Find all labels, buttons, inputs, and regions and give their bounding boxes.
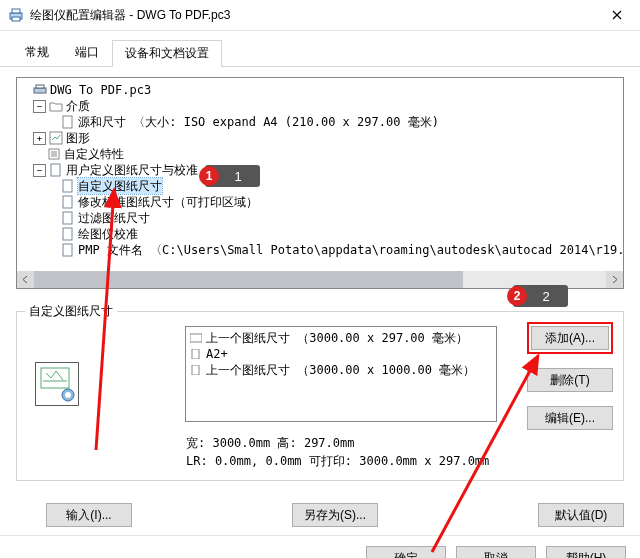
- collapse-icon[interactable]: −: [33, 100, 46, 113]
- ok-button[interactable]: 确定: [366, 546, 446, 558]
- printer-icon: [8, 7, 24, 23]
- svg-rect-8: [51, 164, 60, 176]
- filter-icon: [61, 211, 75, 225]
- horizontal-scrollbar[interactable]: [17, 271, 623, 288]
- portrait-icon: [190, 349, 202, 359]
- tree-root[interactable]: DWG To PDF.pc3: [19, 82, 621, 98]
- list-item[interactable]: A2+: [190, 346, 492, 362]
- delete-button[interactable]: 删除(T): [527, 368, 613, 392]
- list-label: 上一个图纸尺寸 （3000.00 x 1000.00 毫米）: [206, 362, 475, 378]
- add-highlight: 添加(A)...: [527, 322, 613, 354]
- settings-tree[interactable]: DWG To PDF.pc3 −介质 源和尺寸 〈大小: ISO expand …: [16, 77, 624, 289]
- add-button[interactable]: 添加(A)...: [531, 326, 609, 350]
- svg-rect-9: [63, 180, 72, 192]
- list-label: A2+: [206, 346, 228, 362]
- svg-rect-5: [63, 116, 72, 128]
- group-label: 自定义图纸尺寸: [25, 303, 117, 320]
- tree-label-selected: 自定义图纸尺寸: [78, 178, 162, 194]
- scroll-left-button[interactable]: [17, 271, 34, 288]
- tree-label: 用户定义图纸尺寸与校准: [66, 162, 198, 178]
- svg-rect-1: [12, 9, 20, 13]
- tree-filter-paper[interactable]: 过滤图纸尺寸: [19, 210, 621, 226]
- scroll-right-button[interactable]: [606, 271, 623, 288]
- svg-rect-2: [12, 17, 20, 21]
- tree-label: 过滤图纸尺寸: [78, 210, 150, 226]
- paper-size-list[interactable]: 上一个图纸尺寸 （3000.00 x 297.00 毫米） A2+ 上一个图纸尺…: [185, 326, 497, 422]
- tree-pmp-file[interactable]: PMP 文件名 〈C:\Users\Small Potato\appdata\r…: [19, 242, 621, 258]
- edit-button[interactable]: 编辑(E)...: [527, 406, 613, 430]
- tree-label: DWG To PDF.pc3: [50, 82, 151, 98]
- saveas-button[interactable]: 另存为(S)...: [292, 503, 378, 527]
- size-detail: 宽: 3000.0mm 高: 297.0mm LR: 0.0mm, 0.0mm …: [186, 434, 497, 470]
- tab-general[interactable]: 常规: [12, 39, 62, 66]
- tree-modify-standard[interactable]: 修改标准图纸尺寸（可打印区域）: [19, 194, 621, 210]
- paper-thumbnail-icon: [35, 362, 79, 406]
- graph-icon: [49, 131, 63, 145]
- svg-rect-13: [63, 244, 72, 256]
- svg-rect-4: [36, 85, 44, 88]
- tree-plotter-cal[interactable]: 绘图仪校准: [19, 226, 621, 242]
- cal-icon: [61, 227, 75, 241]
- portrait-icon: [190, 365, 202, 375]
- list-label: 上一个图纸尺寸 （3000.00 x 297.00 毫米）: [206, 330, 468, 346]
- import-button[interactable]: 输入(I)...: [46, 503, 132, 527]
- tree-source-size[interactable]: 源和尺寸 〈大小: ISO expand A4 (210.00 x 297.00…: [19, 114, 621, 130]
- titlebar: 绘图仪配置编辑器 - DWG To PDF.pc3: [0, 0, 640, 31]
- custom-paper-group: 自定义图纸尺寸 上一个图纸尺寸 （3000.00 x 297.00 毫米） A2…: [16, 311, 624, 481]
- page-icon: [61, 115, 75, 129]
- paper-icon: [49, 163, 63, 177]
- tree-label: 绘图仪校准: [78, 226, 138, 242]
- svg-rect-17: [192, 349, 199, 359]
- expand-icon[interactable]: +: [33, 132, 46, 145]
- tab-bar: 常规 端口 设备和文档设置: [0, 31, 640, 67]
- cancel-button[interactable]: 取消: [456, 546, 536, 558]
- svg-rect-18: [192, 365, 199, 375]
- landscape-icon: [190, 333, 202, 343]
- tree-custom-props[interactable]: 自定义特性: [19, 146, 621, 162]
- tree-label: 自定义特性: [64, 146, 124, 162]
- dialog-footer: 确定 取消 帮助(H): [0, 535, 640, 558]
- tree-label: 介质: [66, 98, 90, 114]
- svg-rect-14: [41, 368, 69, 388]
- tree-custom-paper-size[interactable]: 自定义图纸尺寸: [19, 178, 621, 194]
- tree-user-paper[interactable]: −用户定义图纸尺寸与校准: [19, 162, 621, 178]
- svg-rect-16: [190, 334, 202, 342]
- close-button[interactable]: [594, 0, 640, 30]
- tree-media[interactable]: −介质: [19, 98, 621, 114]
- printer-icon: [33, 83, 47, 97]
- tree-graphics[interactable]: +图形: [19, 130, 621, 146]
- paper-icon: [61, 195, 75, 209]
- list-item[interactable]: 上一个图纸尺寸 （3000.00 x 1000.00 毫米）: [190, 362, 492, 378]
- tree-label: 图形: [66, 130, 90, 146]
- default-button[interactable]: 默认值(D): [538, 503, 624, 527]
- tree-label: PMP 文件名 〈C:\Users\Small Potato\appdata\r…: [78, 242, 624, 258]
- help-button[interactable]: 帮助(H): [546, 546, 626, 558]
- tree-label: 修改标准图纸尺寸（可打印区域）: [78, 194, 258, 210]
- svg-rect-12: [63, 228, 72, 240]
- props-icon: [47, 147, 61, 161]
- tab-ports[interactable]: 端口: [62, 39, 112, 66]
- window-title: 绘图仪配置编辑器 - DWG To PDF.pc3: [30, 7, 594, 24]
- file-icon: [61, 243, 75, 257]
- paper-icon: [61, 179, 75, 193]
- tree-label: 源和尺寸 〈大小: ISO expand A4 (210.00 x 297.00…: [78, 114, 439, 130]
- list-item[interactable]: 上一个图纸尺寸 （3000.00 x 297.00 毫米）: [190, 330, 492, 346]
- folder-icon: [49, 99, 63, 113]
- svg-rect-11: [63, 212, 72, 224]
- svg-rect-3: [34, 88, 46, 93]
- svg-rect-10: [63, 196, 72, 208]
- tab-device-settings[interactable]: 设备和文档设置: [112, 40, 222, 67]
- collapse-icon[interactable]: −: [33, 164, 46, 177]
